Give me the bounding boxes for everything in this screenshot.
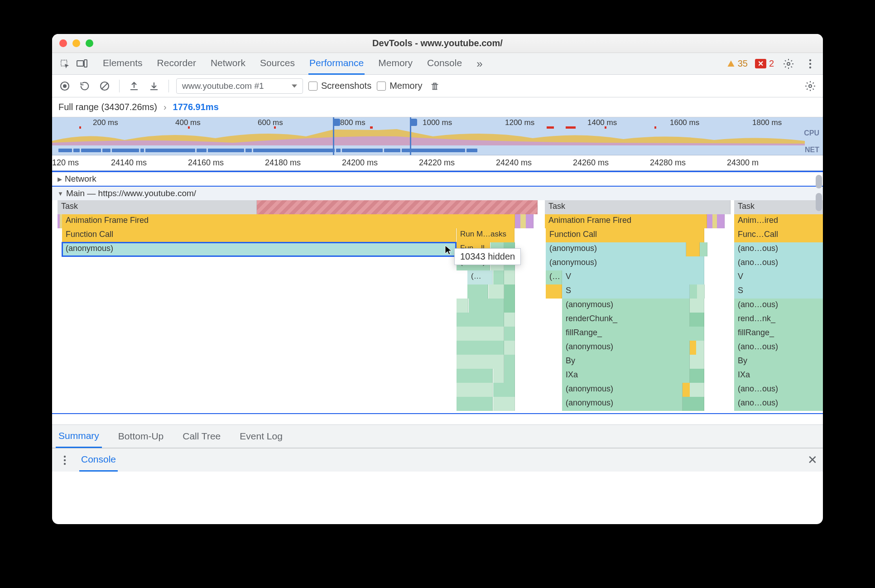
tab-event-log[interactable]: Event Log [237,425,285,447]
flame-sliver[interactable] [457,369,493,383]
flame-run-microtasks[interactable]: Run M…asks [457,228,514,242]
inspect-icon[interactable] [58,57,72,71]
record-icon[interactable] [58,79,72,93]
flame-sliver[interactable] [504,355,515,369]
tab-recorder[interactable]: Recorder [156,53,197,75]
flame-sliver[interactable] [504,369,515,383]
flame-sliver[interactable] [690,383,704,397]
flame-sliver[interactable] [469,299,504,313]
flame-animation-frame[interactable]: Animation Frame Fired [62,214,515,228]
flame-sliver[interactable] [546,284,562,299]
collect-garbage-icon[interactable] [428,79,442,93]
flame-sliver[interactable] [504,313,515,327]
tabs-overflow[interactable]: » [476,53,483,75]
flame-sliver[interactable] [457,355,504,369]
breadcrumb-selected[interactable]: 1776.91ms [173,102,219,112]
flame-function-call-s[interactable]: Func…Call [734,228,823,242]
warnings-badge[interactable]: 35 [727,58,748,69]
flame-anonymous[interactable]: (anonymous) [562,341,690,355]
flame-v[interactable]: V [734,270,823,284]
flame-renderchunk-s[interactable]: rend…nk_ [734,313,823,327]
tab-bottom-up[interactable]: Bottom-Up [115,425,166,447]
window-close-button[interactable] [59,39,67,47]
flame-sliver[interactable] [493,369,504,383]
errors-badge[interactable]: ✕ 2 [755,58,774,69]
flame-sliver[interactable] [683,383,690,397]
memory-checkbox[interactable]: Memory [377,81,422,91]
flame-animation-frame[interactable]: Animation Frame Fired [545,214,707,228]
flame-sliver[interactable] [690,313,704,327]
tab-network[interactable]: Network [210,53,246,75]
flame-anonymous-s[interactable]: (ano…ous) [734,383,823,397]
flame-sliver[interactable] [457,327,504,341]
flame-chart[interactable]: Task Task Task Animation Frame Fired Ani… [52,200,823,413]
upload-icon[interactable] [127,79,141,93]
tab-memory[interactable]: Memory [377,53,413,75]
tab-console[interactable]: Console [426,53,463,75]
flame-s[interactable]: S [734,284,823,299]
flame-sliver[interactable] [457,341,504,355]
scrollbar-thumb-top[interactable] [816,175,822,188]
flame-sliver[interactable] [504,327,515,341]
screenshots-checkbox[interactable]: Screenshots [308,81,371,91]
flame-anonymous-s[interactable]: (ano…ous) [734,242,823,256]
flame-sliver[interactable] [690,299,704,313]
flame-sliver[interactable] [700,242,707,256]
flame-anonymous[interactable]: (anonymous) [546,242,686,256]
flame-sliver[interactable] [696,341,704,355]
flame-paren[interactable]: (… [546,270,562,284]
flame-anonymous-s[interactable]: (ano…ous) [734,256,823,270]
flame-anonymous[interactable]: (anonymous) [546,256,704,270]
window-minimize-button[interactable] [72,39,80,47]
flame-anonymous-s[interactable]: (ano…ous) [734,341,823,355]
flame-sliver[interactable] [686,242,700,256]
flame-sliver[interactable] [504,341,515,355]
flame-sliver[interactable] [493,270,504,284]
flame-task-long[interactable] [257,200,538,214]
flame-sliver[interactable] [717,214,725,228]
flame-renderchunk[interactable]: renderChunk_ [562,313,690,327]
tab-sources[interactable]: Sources [259,53,296,75]
flame-anonymous-s[interactable]: (ano…ous) [734,299,823,313]
flame-anonymous-s[interactable]: (ano…ous) [734,397,823,411]
flame-sliver[interactable] [457,299,468,313]
drawer-close-icon[interactable]: ✕ [808,453,817,467]
flame-sliver[interactable] [493,383,515,397]
flame-sliver[interactable] [690,284,697,299]
flame-sliver[interactable] [493,397,515,411]
drawer-kebab-icon[interactable] [58,453,72,468]
flame-anonymous[interactable]: (anonymous) [562,397,683,411]
clear-icon[interactable] [97,79,112,93]
flame-task[interactable]: Task [545,200,731,214]
network-track-header[interactable]: ▶Network [52,172,823,186]
gear-icon[interactable] [781,57,796,71]
flame-ixa[interactable]: IXa [562,369,690,383]
flame-function-call[interactable]: Function Call [62,228,456,242]
flame-sliver[interactable] [504,284,515,299]
tab-performance[interactable]: Performance [308,53,365,75]
overview-timeline[interactable]: 200 ms400 ms600 ms800 ms1000 ms1200 ms14… [52,117,823,155]
flame-sliver[interactable] [457,383,493,397]
flame-sliver[interactable] [690,355,704,369]
tab-summary[interactable]: Summary [56,425,102,448]
flame-sliver[interactable] [504,299,515,313]
tracks-area[interactable]: ▶Network ▼Main — https://www.youtube.com… [52,171,823,424]
scrollbar-thumb[interactable] [816,193,822,211]
flame-sliver[interactable] [504,270,515,284]
tab-call-tree[interactable]: Call Tree [180,425,223,447]
flame-anonymous[interactable]: (anonymous) [562,299,690,313]
flame-sliver[interactable] [697,284,705,299]
flame-task[interactable]: Task [58,200,257,214]
detail-ruler[interactable]: 120 ms24140 ms24160 ms24180 ms24200 ms24… [52,155,823,171]
flame-sliver[interactable] [690,369,704,383]
flame-by[interactable]: By [734,355,823,369]
flame-v[interactable]: V [562,270,704,284]
device-icon[interactable] [75,57,89,71]
flame-paren[interactable]: (… [467,270,493,284]
flame-anonymous-selected[interactable]: (anonymous) [62,242,456,256]
flame-sliver[interactable] [526,214,534,228]
kebab-icon[interactable] [803,57,817,71]
tab-elements[interactable]: Elements [102,53,144,75]
flame-function-call[interactable]: Function Call [546,228,704,242]
flame-animation-frame-s[interactable]: Anim…ired [734,214,823,228]
